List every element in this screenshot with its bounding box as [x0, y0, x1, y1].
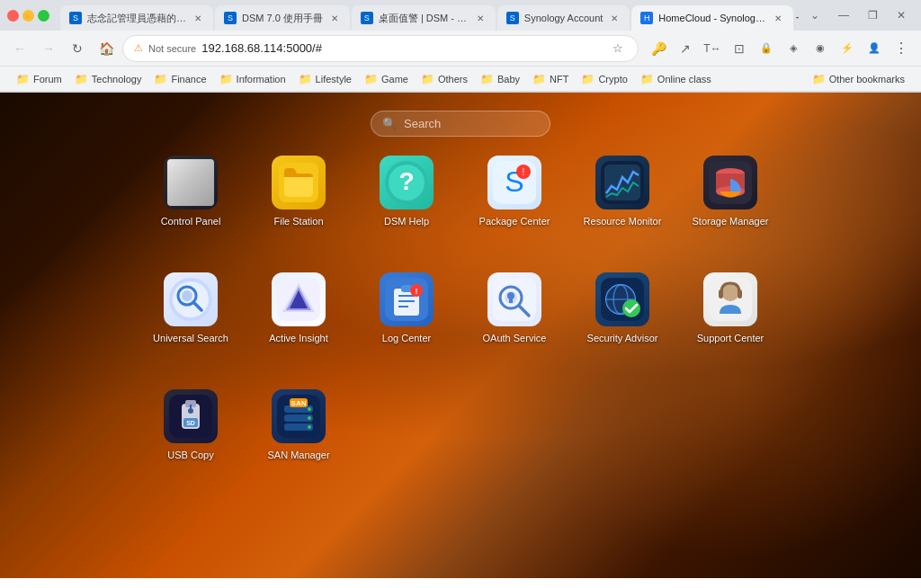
- app-resource-monitor[interactable]: Resource Monitor: [568, 147, 676, 263]
- package-center-icon: S !: [487, 156, 541, 209]
- san-manager-icon-svg: SAN: [275, 393, 322, 440]
- browser-tab-4[interactable]: S Synology Account ✕: [497, 5, 630, 31]
- tab-close-3[interactable]: ✕: [474, 12, 487, 24]
- tab-close-1[interactable]: ✕: [192, 12, 204, 24]
- bookmark-nft[interactable]: 📁 NFT: [527, 71, 574, 87]
- svg-rect-5: [192, 184, 201, 193]
- app-oauth-service[interactable]: OAuth Service: [460, 263, 568, 380]
- search-icon: 🔍: [382, 117, 397, 130]
- extension-3-icon[interactable]: ◉: [808, 36, 833, 61]
- app-security-advisor[interactable]: Security Advisor: [568, 263, 676, 380]
- folder-icon: 📁: [532, 73, 546, 85]
- bookmark-star-icon[interactable]: ☆: [609, 40, 627, 58]
- profile-icon[interactable]: 👤: [862, 36, 887, 61]
- universal-search-icon-svg: [167, 276, 214, 323]
- bookmark-baby-label: Baby: [497, 74, 520, 85]
- minimize-window-button[interactable]: [22, 10, 34, 22]
- svg-rect-1: [174, 166, 207, 199]
- tab-label-2: DSM 7.0 使用手冊: [242, 12, 323, 25]
- bookmark-lifestyle-label: Lifestyle: [316, 74, 352, 85]
- app-dsm-help[interactable]: ? DSM Help: [353, 147, 460, 263]
- svg-point-61: [308, 407, 311, 411]
- app-usb-copy[interactable]: SD USB Copy: [137, 380, 245, 497]
- key-icon[interactable]: 🔑: [646, 36, 671, 61]
- tab-label-1: 志念記管理員憑藉的密碼核如: [87, 12, 186, 25]
- control-panel-icon-svg: [167, 159, 214, 206]
- app-label: DSM Help: [384, 215, 429, 227]
- bookmark-other-label: Other bookmarks: [829, 74, 905, 85]
- app-label: Active Insight: [269, 332, 327, 344]
- extension-1-icon[interactable]: 🔒: [754, 36, 779, 61]
- svg-rect-2: [180, 172, 189, 181]
- share-icon[interactable]: ↗: [673, 36, 698, 61]
- tab-close-2[interactable]: ✕: [328, 12, 341, 24]
- cast-icon[interactable]: ⊡: [727, 36, 752, 61]
- browser-tab-5[interactable]: H HomeCloud - Synology DiskSta... ✕: [631, 5, 793, 31]
- bookmark-online-class[interactable]: 📁 Online class: [635, 71, 717, 87]
- app-san-manager[interactable]: SAN SAN Manager: [245, 380, 353, 497]
- maximize-window-button[interactable]: [38, 10, 49, 22]
- apps-grid: Control Panel File Station ?: [137, 147, 784, 497]
- app-file-station[interactable]: File Station: [245, 147, 353, 263]
- svg-text:SAN: SAN: [291, 399, 307, 407]
- bookmark-crypto[interactable]: 📁 Crypto: [576, 71, 632, 87]
- bookmark-baby[interactable]: 📁 Baby: [475, 71, 525, 87]
- bookmark-technology[interactable]: 📁 Technology: [69, 71, 148, 87]
- tab-minimize-button[interactable]: —: [831, 3, 856, 28]
- app-universal-search[interactable]: Universal Search: [137, 263, 245, 380]
- forward-button[interactable]: →: [36, 36, 61, 61]
- folder-icon: 📁: [154, 73, 167, 85]
- usb-copy-icon-svg: SD: [167, 393, 214, 440]
- bookmark-others[interactable]: 📁 Others: [416, 71, 473, 87]
- extension-2-icon[interactable]: ◈: [781, 36, 806, 61]
- browser-tab-1[interactable]: S 志念記管理員憑藉的密碼核如 ✕: [60, 5, 213, 31]
- extensions-icon[interactable]: ⚡: [835, 36, 860, 61]
- tab-close-window-button[interactable]: ✕: [889, 3, 914, 28]
- tab-restore-button[interactable]: ❐: [860, 3, 885, 28]
- svg-point-62: [308, 416, 311, 420]
- bookmark-game[interactable]: 📁 Game: [359, 71, 414, 87]
- oauth-icon: [487, 272, 541, 326]
- log-center-icon: !: [380, 272, 434, 326]
- folder-icon: 📁: [421, 73, 434, 85]
- app-storage-manager[interactable]: Storage Manager: [676, 147, 784, 263]
- folder-icon: 📁: [581, 73, 595, 85]
- active-insight-icon: [272, 272, 326, 326]
- app-label: File Station: [273, 215, 323, 227]
- bookmark-forum[interactable]: 📁 Forum: [11, 71, 67, 87]
- bookmark-lifestyle[interactable]: 📁 Lifestyle: [293, 71, 357, 87]
- desktop: 🔍 Search Control Panel: [0, 93, 921, 578]
- app-label: Storage Manager: [693, 215, 769, 227]
- empty-cell-4: [676, 380, 784, 497]
- desktop-search-box[interactable]: 🔍 Search: [371, 111, 550, 137]
- browser-tab-3[interactable]: S 桌面值警 | DSM - Synology 知… ✕: [352, 5, 496, 31]
- bookmark-finance[interactable]: 📁 Finance: [148, 71, 211, 87]
- app-support-center[interactable]: Support Center: [676, 263, 784, 380]
- back-button[interactable]: ←: [7, 36, 32, 61]
- app-label: Security Advisor: [587, 332, 658, 344]
- bookmark-information[interactable]: 📁 Information: [214, 71, 291, 87]
- address-bar[interactable]: ⚠ Not secure 192.168.68.114:5000/# ☆: [122, 35, 639, 62]
- tab-label-5: HomeCloud - Synology DiskSta...: [658, 13, 766, 23]
- close-window-button[interactable]: [7, 10, 19, 22]
- svg-rect-4: [180, 184, 189, 193]
- app-control-panel[interactable]: Control Panel: [137, 147, 245, 263]
- folder-icon: 📁: [812, 73, 826, 85]
- browser-tab-2[interactable]: S DSM 7.0 使用手冊 ✕: [215, 5, 350, 31]
- more-options-button[interactable]: ⋮: [889, 36, 914, 61]
- home-button[interactable]: 🏠: [94, 36, 119, 61]
- tab-search-button[interactable]: ⌄: [802, 3, 827, 28]
- translate-icon[interactable]: T↔: [700, 36, 725, 61]
- bookmark-other-bookmarks[interactable]: 📁 Other bookmarks: [807, 71, 910, 87]
- reload-button[interactable]: ↻: [65, 36, 90, 61]
- tab-close-5[interactable]: ✕: [772, 12, 784, 24]
- tab-close-4[interactable]: ✕: [608, 12, 621, 24]
- app-log-center[interactable]: ! Log Center: [353, 263, 460, 380]
- new-tab-button[interactable]: +: [795, 5, 799, 31]
- app-label: Package Center: [479, 215, 550, 227]
- app-active-insight[interactable]: Active Insight: [245, 263, 353, 380]
- tab-favicon-3: S: [361, 12, 373, 24]
- toolbar-actions: 🔑 ↗ T↔ ⊡ 🔒 ◈ ◉ ⚡ 👤 ⋮: [646, 36, 914, 61]
- tabs-bar: S 志念記管理員憑藉的密碼核如 ✕ S DSM 7.0 使用手冊 ✕ S 桌面值…: [60, 0, 799, 31]
- app-package-center[interactable]: S ! Package Center: [460, 147, 568, 263]
